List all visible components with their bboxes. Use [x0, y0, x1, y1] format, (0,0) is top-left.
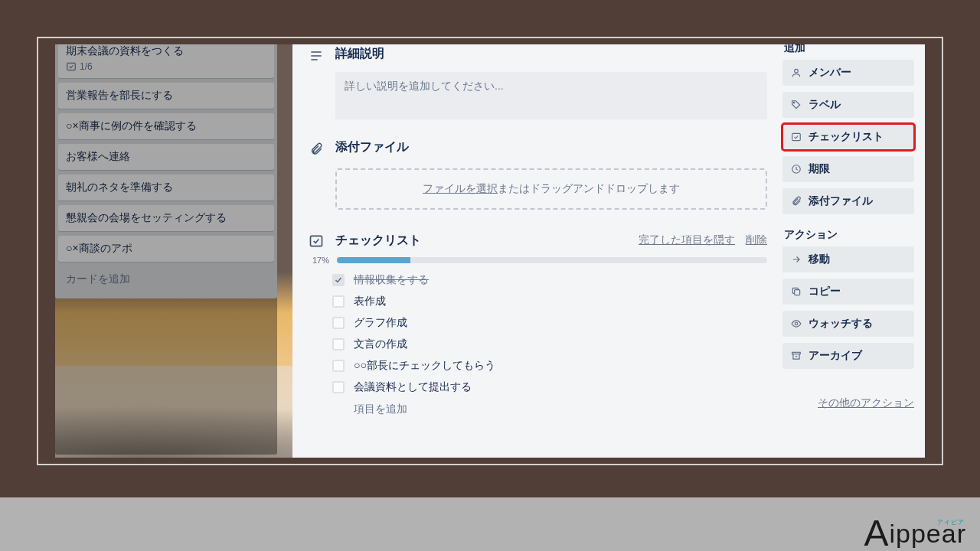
watch-icon [790, 318, 802, 330]
checklist-item-label: ○○部長にチェックしてもらう [354, 359, 495, 373]
checklist-item-label: 文言の作成 [354, 337, 407, 351]
checkbox[interactable] [332, 295, 345, 308]
side-button-label: 添付ファイル [808, 194, 873, 208]
attachment-dropzone[interactable]: ファイルを選択またはドラッグアンドドロップします [335, 168, 767, 210]
clock-icon [790, 163, 802, 175]
delete-checklist-link[interactable]: 削除 [746, 233, 767, 246]
side-button-label: 期限 [808, 162, 830, 176]
svg-rect-9 [795, 290, 800, 295]
checkbox[interactable] [332, 360, 345, 372]
progress-percent: 17% [308, 256, 329, 265]
side-button-label[interactable]: ラベル [782, 92, 914, 118]
description-textarea[interactable]: 詳しい説明を追加してください... [335, 72, 767, 119]
checkbox[interactable] [332, 317, 345, 329]
svg-rect-7 [792, 133, 801, 140]
checklist-item-label: 表作成 [354, 295, 386, 308]
card-detail-modal: 詳細説明 詳しい説明を追加してください... 添付ファイル ファイルを選択または… [292, 44, 925, 458]
svg-point-6 [793, 102, 795, 103]
side-button-archive[interactable]: アーカイブ [782, 343, 914, 369]
description-icon [308, 47, 325, 64]
archive-icon [790, 350, 802, 362]
attachment-heading: 添付ファイル [335, 139, 409, 155]
attach-icon [790, 195, 802, 207]
checklist-item[interactable]: 情報収集をする [332, 269, 767, 291]
progress-bar [337, 257, 767, 263]
side-button-watch[interactable]: ウォッチする [782, 311, 914, 337]
side-button-attach[interactable]: 添付ファイル [782, 188, 914, 214]
attachment-icon [308, 141, 325, 158]
checklist-item-label: グラフ作成 [354, 316, 407, 330]
checkbox[interactable] [332, 338, 345, 350]
side-button-label: チェックリスト [808, 130, 884, 144]
add-checklist-item[interactable]: 項目を追加 [332, 403, 767, 416]
side-add-heading: 追加 [784, 44, 914, 55]
checklist-item[interactable]: ○○部長にチェックしてもらう [332, 355, 767, 377]
footer-band [0, 497, 980, 551]
side-button-checklist[interactable]: チェックリスト [782, 124, 914, 150]
side-button-label: メンバー [808, 66, 851, 80]
file-select-link[interactable]: ファイルを選択 [423, 182, 498, 194]
side-button-label: ウォッチする [808, 317, 873, 331]
checkbox[interactable] [332, 274, 345, 286]
side-button-copy[interactable]: コピー [782, 279, 914, 305]
svg-rect-4 [311, 236, 322, 246]
checklist-icon [790, 131, 802, 143]
side-button-arrow[interactable]: 移動 [782, 246, 914, 272]
side-button-label: 移動 [808, 253, 830, 266]
member-icon [790, 67, 802, 79]
description-heading: 詳細説明 [335, 46, 384, 62]
checklist-item-label: 会議資料として提出する [354, 380, 472, 394]
side-action-heading: アクション [784, 228, 914, 242]
checkbox[interactable] [332, 381, 345, 393]
checklist-item[interactable]: 会議資料として提出する [332, 377, 767, 398]
copy-icon [790, 285, 802, 298]
label-icon [790, 99, 802, 111]
svg-rect-11 [792, 352, 801, 354]
checklist-item[interactable]: 表作成 [332, 291, 767, 312]
checklist-item-label: 情報収集をする [354, 273, 429, 287]
attachment-drop-text: またはドラッグアンドドロップします [498, 182, 680, 194]
checklist-item[interactable]: 文言の作成 [332, 334, 767, 355]
checklist-item[interactable]: グラフ作成 [332, 312, 767, 334]
side-button-label: ラベル [808, 98, 841, 112]
hide-completed-link[interactable]: 完了した項目を隠す [639, 233, 735, 246]
side-button-label: アーカイブ [808, 349, 862, 363]
side-button-member[interactable]: メンバー [782, 60, 914, 86]
arrow-icon [790, 253, 802, 266]
list-dim-overlay [55, 44, 277, 455]
svg-point-5 [795, 69, 799, 73]
other-actions-link[interactable]: その他のアクション [782, 396, 914, 410]
svg-point-10 [795, 322, 798, 325]
checklist-icon [308, 233, 325, 249]
checklist-heading: チェックリスト [335, 233, 620, 249]
side-button-clock[interactable]: 期限 [782, 156, 914, 182]
side-button-label: コピー [808, 285, 841, 298]
brand-logo: Aippear アイピア [864, 509, 966, 551]
